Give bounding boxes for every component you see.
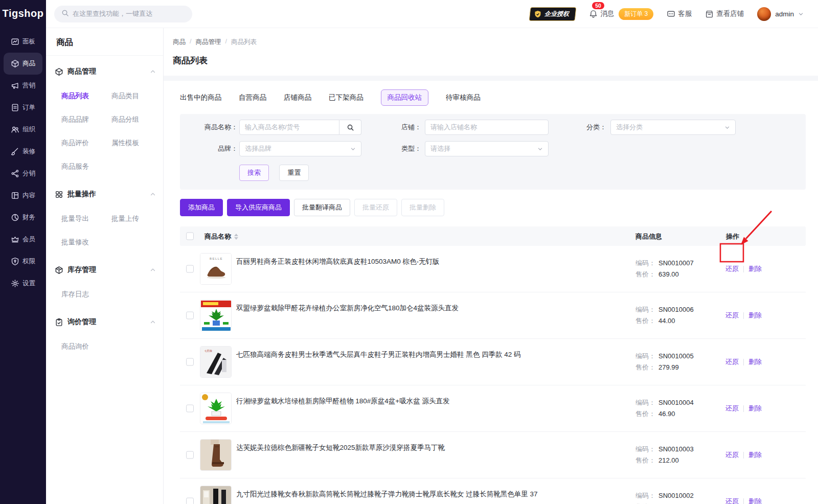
submenu-item[interactable]: 属性模板	[111, 131, 163, 155]
enterprise-auth-badge[interactable]: 企业授权	[529, 7, 577, 21]
submenu-item[interactable]: 商品分组	[111, 108, 163, 131]
import-supplier-products-button[interactable]: 导入供应商商品	[227, 199, 290, 216]
select-all-checkbox[interactable]	[186, 233, 194, 240]
sidebar-item-orders[interactable]: 订单	[4, 97, 42, 119]
sidebar-item-org[interactable]: 组织	[4, 119, 42, 141]
tab-自营商品[interactable]: 自营商品	[239, 90, 266, 105]
sidebar-item-content[interactable]: 内容	[4, 185, 42, 207]
brand-select[interactable]: 选择品牌	[239, 141, 361, 156]
delete-link[interactable]: 删除	[748, 311, 762, 320]
product-image[interactable]	[200, 300, 232, 331]
tab-出售中的商品[interactable]: 出售中的商品	[180, 90, 221, 105]
submenu-item[interactable]: 商品类目	[111, 84, 163, 108]
customer-service-menu[interactable]: 客服	[667, 9, 692, 18]
name-filter-label: 商品名称：	[190, 123, 238, 132]
user-menu[interactable]: admin	[757, 7, 804, 21]
product-image[interactable]: 七匹狼	[200, 346, 232, 378]
sidebar-item-perm[interactable]: 权限	[4, 250, 42, 272]
submenu-section-header[interactable]: 询价管理	[46, 309, 163, 335]
batch-translate-button[interactable]: 批量翻译商品	[294, 199, 350, 216]
submenu-item[interactable]: 批量导出	[61, 207, 111, 231]
product-image[interactable]: BELLE	[200, 253, 232, 285]
delete-link[interactable]: 删除	[748, 450, 762, 460]
code-value: SN0010004	[658, 397, 694, 408]
sidebar-item-finance[interactable]: 财务	[4, 207, 42, 228]
breadcrumb-item[interactable]: 商品管理	[195, 38, 221, 47]
delete-link[interactable]: 删除	[748, 264, 762, 273]
batch-restore-button[interactable]: 批量还原	[354, 199, 397, 216]
global-search-input[interactable]: 在这里查找功能，一键直达	[54, 6, 192, 22]
category-select[interactable]: 选择分类	[610, 120, 736, 135]
messages-menu[interactable]: 50 消息 新订单 3	[589, 8, 653, 20]
sidebar-item-deco[interactable]: 装修	[4, 141, 42, 163]
restore-link[interactable]: 还原	[725, 311, 739, 320]
sidebar-item-label: 面板	[22, 37, 35, 46]
product-name-input[interactable]: 输入商品名称/货号	[239, 120, 339, 135]
submenu-item[interactable]: 库存日志	[61, 283, 111, 306]
product-name[interactable]: 双盟绿萝盆栽除甲醛花卉绿植办公室新房净化空气180加仑4盆装源头直发	[236, 304, 625, 313]
sidebar-item-label: 内容	[22, 191, 35, 200]
code-label: 编码：	[635, 304, 655, 315]
submenu-section-header[interactable]: 商品管理	[46, 59, 163, 84]
sidebar-item-marketing[interactable]: 营销	[4, 75, 42, 97]
batch-delete-button[interactable]: 批量删除	[401, 199, 444, 216]
submenu-item[interactable]: 商品品牌	[61, 108, 111, 131]
restore-link[interactable]: 还原	[725, 497, 739, 504]
sidebar-item-goods[interactable]: 商品	[4, 53, 42, 75]
product-tabs: 出售中的商品自营商品店铺商品已下架商品商品回收站待审核商品	[180, 89, 806, 106]
breadcrumb-item[interactable]: 商品	[173, 38, 186, 47]
sidebar-item-panel[interactable]: 面板	[4, 31, 42, 53]
delete-link[interactable]: 删除	[748, 404, 762, 413]
sidebar-item-dist[interactable]: 分销	[4, 163, 42, 185]
search-button[interactable]: 搜索	[239, 165, 269, 181]
submenu-item[interactable]: 商品服务	[61, 155, 111, 178]
add-product-button[interactable]: 添加商品	[180, 199, 223, 216]
product-image[interactable]	[200, 486, 232, 504]
shop-name-input[interactable]: 请输入店铺名称	[425, 120, 549, 135]
logo[interactable]: Tigshop	[0, 0, 46, 28]
sidebar-item-settings[interactable]: 设置	[4, 272, 42, 294]
row-checkbox[interactable]	[186, 451, 194, 459]
tab-已下架商品[interactable]: 已下架商品	[329, 90, 363, 105]
sidebar-item-label: 商品	[22, 59, 35, 68]
name-search-button[interactable]	[339, 120, 361, 135]
price-label: 售价：	[635, 455, 655, 466]
delete-link[interactable]: 删除	[748, 357, 762, 366]
tab-店铺商品[interactable]: 店铺商品	[284, 90, 311, 105]
reset-button[interactable]: 重置	[279, 165, 309, 181]
row-checkbox[interactable]	[186, 312, 194, 319]
delete-link[interactable]: 删除	[748, 497, 762, 504]
product-image[interactable]	[200, 393, 232, 424]
row-checkbox[interactable]	[186, 358, 194, 366]
restore-link[interactable]: 还原	[725, 450, 739, 460]
product-name[interactable]: 行湘绿萝盆栽水培绿植新房除甲醛植物 180#原盆4盆+吸水盆 源头直发	[236, 397, 625, 406]
row-checkbox[interactable]	[186, 405, 194, 413]
primary-nav: 面板商品营销订单组织装修分销内容财务会员权限设置	[0, 28, 46, 294]
row-checkbox[interactable]	[186, 265, 194, 273]
submenu-item[interactable]: 批量修改	[61, 231, 111, 254]
submenu-item[interactable]: 商品列表	[61, 84, 111, 108]
submenu-item[interactable]: 商品询价	[61, 335, 111, 358]
type-select[interactable]: 请选择	[425, 141, 549, 156]
product-image[interactable]	[200, 439, 232, 471]
submenu-section-header[interactable]: 库存管理	[46, 257, 163, 283]
row-checkbox[interactable]	[186, 498, 194, 504]
product-name[interactable]: 百丽男鞋商务正装皮鞋休闲增高软底真皮鞋10503AM0 棕色-无钉版	[236, 257, 625, 266]
product-name[interactable]: 七匹狼高端商务皮鞋男士秋季透气头层真牛皮鞋子男正装鞋内增高男士婚鞋 黑色 四季款…	[236, 350, 625, 359]
view-shop-menu[interactable]: 查看店铺	[705, 9, 744, 18]
restore-link[interactable]: 还原	[725, 404, 739, 413]
submenu-item[interactable]: 批量上传	[111, 207, 163, 231]
product-name[interactable]: 达芙妮美拉德棕色新疆靴子女短靴2025新款草原沙漠穿搭夏季马丁靴	[236, 443, 625, 452]
tab-待审核商品[interactable]: 待审核商品	[446, 90, 481, 105]
product-name[interactable]: 九寸阳光过膝靴女春秋新款高筒靴长筒靴过膝靴子弹力靴骑士靴厚底长靴女 过膝长筒靴黑…	[236, 490, 625, 499]
sort-icon[interactable]	[234, 234, 238, 240]
new-order-badge[interactable]: 新订单 3	[619, 8, 653, 20]
code-value: SN0010003	[658, 444, 694, 455]
submenu-item[interactable]: 商品评价	[61, 131, 111, 155]
submenu-section-header[interactable]: 批量操作	[46, 181, 163, 207]
restore-link[interactable]: 还原	[725, 357, 739, 366]
restore-link[interactable]: 还原	[725, 264, 739, 273]
sidebar-item-label: 组织	[22, 125, 35, 134]
tab-active-商品回收站[interactable]: 商品回收站	[381, 89, 429, 106]
sidebar-item-member[interactable]: 会员	[4, 228, 42, 250]
